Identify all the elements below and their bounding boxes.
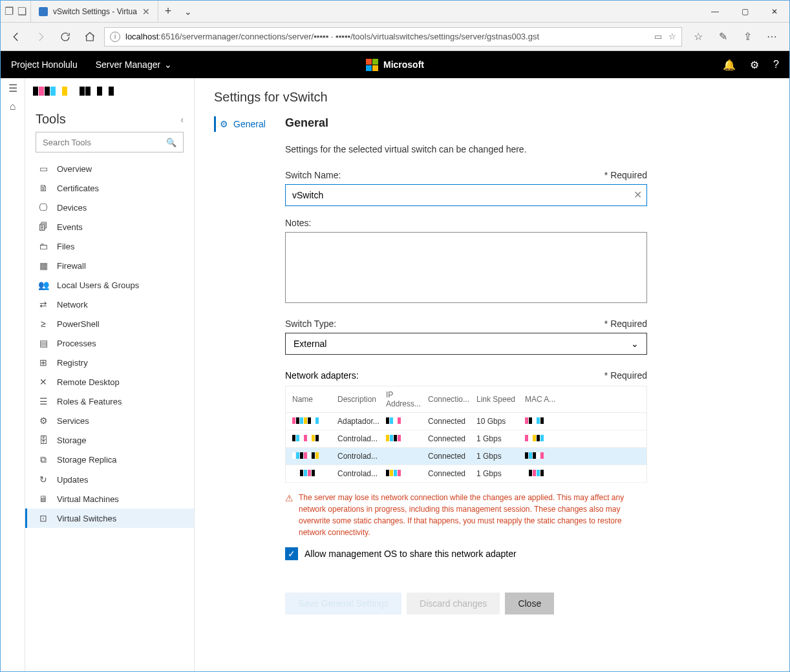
sidebar-item-services[interactable]: ⚙Services [25,411,194,430]
tool-label: Storage Replica [57,455,117,465]
app-brand[interactable]: Project Honolulu [11,59,78,70]
bell-icon[interactable]: 🔔 [723,59,736,71]
tab-chevron-icon[interactable]: ⌄ [178,1,198,22]
share-icon[interactable]: ⇪ [739,30,756,43]
sidebar-item-overview[interactable]: ▭Overview [25,159,194,178]
star-outline-icon[interactable]: ☆ [668,32,676,41]
cell-ip [386,434,428,443]
hamburger-icon[interactable]: ☰ [8,82,17,94]
tool-label: Files [57,242,74,251]
sidebar-item-storage[interactable]: 🗄Storage [25,430,194,450]
save-button[interactable]: Save General Settings [285,593,401,614]
table-row[interactable]: Controlad...Connected1 Gbps [286,448,646,465]
switch-type-select[interactable]: External ⌄ [285,333,647,355]
sidebar-item-virtual-switches[interactable]: ⊡Virtual Switches [25,509,194,528]
sidebar-item-roles-features[interactable]: ☰Roles & Features [25,392,194,411]
nav-general[interactable]: ⚙ General [214,116,285,132]
sidebar-item-storage-replica[interactable]: ⧉Storage Replica [25,450,194,470]
tool-icon: ⊞ [37,357,49,368]
forward-button[interactable] [30,26,51,47]
page-title: Settings for vSwitch [214,90,770,105]
window-minimize[interactable]: — [700,1,730,22]
sidebar-item-remote-desktop[interactable]: ✕Remote Desktop [25,372,194,392]
sidebar-item-updates[interactable]: ↻Updates [25,470,194,489]
browser-tab[interactable]: vSwitch Settings - Virtua ✕ [31,1,158,22]
sidebar-item-local-users-groups[interactable]: 👥Local Users & Groups [25,275,194,295]
cell-speed: 10 Gbps [476,417,525,426]
tool-icon: ☰ [37,396,49,406]
tool-label: Network [57,300,88,310]
col-header[interactable]: Connectio... [428,395,476,404]
tool-icon: ▤ [37,338,49,348]
warning-icon: ⚠ [285,492,294,538]
tool-icon: ⊡ [37,513,49,523]
cell-name [292,452,337,461]
table-row[interactable]: Controlad...Connected1 Gbps [286,430,646,448]
tool-label: PowerShell [57,319,100,329]
switch-name-input[interactable] [285,184,647,206]
window-maximize[interactable]: ▢ [730,1,760,22]
tool-icon: ↻ [37,474,49,485]
address-bar[interactable]: i localhost:6516/servermanager/connectio… [104,27,682,47]
gear-icon[interactable]: ⚙ [750,59,759,71]
sidebar-item-certificates[interactable]: 🗎Certificates [25,178,194,198]
tool-label: Storage [57,436,87,445]
overlap-icon: ❐ [5,5,14,17]
sidebar-item-processes[interactable]: ▤Processes [25,333,194,353]
clear-input-icon[interactable]: ✕ [634,189,642,201]
tool-label: Virtual Machines [57,494,119,504]
more-icon[interactable]: ⋯ [763,30,780,43]
sidebar-item-registry[interactable]: ⊞Registry [25,353,194,372]
search-placeholder: Search Tools [43,138,91,147]
tool-icon: ⚙ [37,415,49,426]
sidebar-item-powershell[interactable]: ≥PowerShell [25,314,194,333]
allow-mgmt-checkbox[interactable]: ✓ [285,547,298,560]
cell-desc: Controlad... [337,452,386,461]
refresh-button[interactable] [55,26,76,47]
sidebar-item-firewall[interactable]: ▦Firewall [25,256,194,275]
help-icon[interactable]: ? [773,59,779,71]
required-label: * Required [604,170,647,180]
cell-speed: 1 Gbps [476,469,525,478]
switch-name-label: Switch Name: [285,170,341,180]
col-header[interactable]: IP Address... [386,390,428,408]
microsoft-label: Microsoft [383,59,424,70]
reading-icon[interactable]: ▭ [654,32,662,41]
app-bar: Project Honolulu Server Manager ⌄ Micros… [1,51,789,78]
notes-label: Notes: [285,218,311,228]
sidebar-item-network[interactable]: ⇄Network [25,295,194,314]
cell-name [292,417,337,426]
collapse-tools-icon[interactable]: ‹ [180,114,184,125]
sidebar-item-devices[interactable]: 🖵Devices [25,198,194,217]
table-row[interactable]: Controlad...Connected1 Gbps [286,465,646,483]
search-tools-input[interactable]: Search Tools 🔍 [36,132,184,152]
sidebar-item-files[interactable]: 🗀Files [25,236,194,256]
col-header[interactable]: Link Speed [476,395,525,404]
adapters-table: NameDescriptionIP Address...Connectio...… [285,386,647,483]
notes-textarea[interactable] [285,232,647,303]
close-tab-icon[interactable]: ✕ [142,6,150,17]
main-panel: Settings for vSwitch ⚙ General General S… [195,78,789,671]
favorites-icon[interactable]: ☆ [690,30,707,43]
sidebar-item-events[interactable]: 🗐Events [25,217,194,236]
col-header[interactable]: Description [337,395,386,404]
home-button[interactable] [80,26,100,47]
url-text: localhost:6516/servermanager/connections… [125,32,539,41]
tool-icon: ▦ [37,260,49,271]
pen-icon[interactable]: ✎ [714,30,731,43]
discard-button[interactable]: Discard changes [407,593,500,614]
back-button[interactable] [6,26,27,47]
window-close[interactable]: ✕ [760,1,789,22]
tool-icon: 🗎 [37,183,49,193]
col-header[interactable]: MAC A... [525,395,564,404]
allow-mgmt-label: Allow management OS to share this networ… [304,549,517,559]
sidebar-item-virtual-machines[interactable]: 🖥Virtual Machines [25,489,194,509]
home-icon[interactable]: ⌂ [10,101,16,112]
new-tab-button[interactable]: + [158,1,178,22]
col-header[interactable]: Name [292,395,337,404]
close-button[interactable]: Close [505,593,554,614]
server-manager-menu[interactable]: Server Manager ⌄ [96,59,172,70]
cell-name [292,469,337,478]
table-row[interactable]: Adaptador...Connected10 Gbps [286,413,646,430]
cell-conn: Connected [428,469,476,478]
